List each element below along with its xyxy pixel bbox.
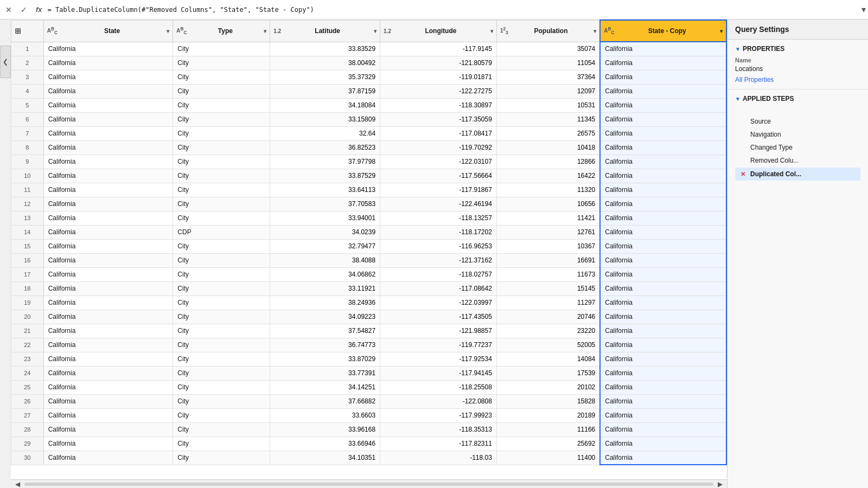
type-cell: City bbox=[173, 70, 270, 84]
longitude-cell: -122.03997 bbox=[380, 296, 497, 310]
state-type-icon: ABC bbox=[47, 26, 58, 35]
step-item-removed-columns[interactable]: Removed Colu... bbox=[735, 155, 860, 166]
row-number: 4 bbox=[11, 84, 44, 98]
state-copy-col-label: State - Copy bbox=[617, 27, 718, 35]
state-col-dropdown[interactable]: ▾ bbox=[167, 28, 169, 34]
row-number: 27 bbox=[11, 408, 44, 422]
population-cell: 26575 bbox=[496, 126, 600, 140]
population-cell: 23220 bbox=[496, 324, 600, 338]
lat-col-dropdown[interactable]: ▾ bbox=[374, 28, 376, 34]
name-value: Locations bbox=[735, 65, 860, 73]
table-row: 4CaliforniaCity37.87159-122.2727512097Ca… bbox=[11, 84, 727, 98]
state-copy-cell: California bbox=[600, 183, 726, 197]
latitude-cell: 33.83529 bbox=[270, 42, 380, 56]
step-item-navigation[interactable]: Navigation bbox=[735, 129, 860, 140]
scroll-left-button[interactable]: ◀ bbox=[13, 480, 22, 488]
state-cell: California bbox=[43, 451, 173, 465]
row-number: 13 bbox=[11, 211, 44, 225]
longitude-cell: -117.9145 bbox=[380, 42, 497, 56]
row-number: 7 bbox=[11, 126, 44, 140]
state-copy-cell: California bbox=[600, 155, 726, 169]
type-type-icon: ABC bbox=[176, 26, 187, 35]
row-number: 20 bbox=[11, 310, 44, 324]
properties-header[interactable]: ▼ PROPERTIES bbox=[735, 45, 860, 53]
latitude-cell: 33.66946 bbox=[270, 436, 380, 451]
type-cell: City bbox=[173, 84, 270, 98]
type-cell: City bbox=[173, 352, 270, 366]
name-label: Name bbox=[735, 57, 860, 63]
scroll-right-button[interactable]: ▶ bbox=[716, 480, 725, 488]
step-label: Removed Colu... bbox=[750, 157, 799, 164]
latitude-cell: 37.54827 bbox=[270, 324, 380, 338]
state-copy-cell: California bbox=[600, 42, 726, 56]
longitude-cell: -118.30897 bbox=[380, 98, 497, 112]
state-copy-cell: California bbox=[600, 98, 726, 112]
latitude-cell: 36.74773 bbox=[270, 338, 380, 352]
collapse-left-button[interactable]: ❮ bbox=[0, 46, 11, 78]
lng-col-dropdown[interactable]: ▾ bbox=[490, 28, 493, 34]
state-cell: California bbox=[43, 253, 173, 267]
longitude-cell: -117.43505 bbox=[380, 310, 497, 324]
step-item-changed-type[interactable]: Changed Type bbox=[735, 142, 860, 153]
longitude-cell: -118.03 bbox=[380, 451, 497, 465]
table-options-icon[interactable]: ⊞ bbox=[15, 27, 21, 35]
table-row: 12CaliforniaCity37.70583-122.4619410656C… bbox=[11, 197, 727, 211]
state-cell: California bbox=[43, 380, 173, 394]
table-row: 20CaliforniaCity34.09223-117.4350520746C… bbox=[11, 310, 727, 324]
applied-steps-header[interactable]: ▼ APPLIED STEPS bbox=[727, 95, 868, 107]
confirm-button[interactable]: ✓ bbox=[17, 3, 30, 16]
latitude-cell: 32.79477 bbox=[270, 239, 380, 253]
state-cell: California bbox=[43, 169, 173, 183]
population-cell: 11297 bbox=[496, 296, 600, 310]
cancel-button[interactable]: ✕ bbox=[2, 3, 15, 16]
expand-formula-button[interactable]: ▾ bbox=[861, 4, 866, 15]
all-properties-link[interactable]: All Properties bbox=[735, 76, 774, 84]
table-row: 28CaliforniaCity33.96168-118.3531311166C… bbox=[11, 422, 727, 436]
state-cell: California bbox=[43, 324, 173, 338]
latitude-cell: 38.24936 bbox=[270, 296, 380, 310]
type-col-dropdown[interactable]: ▾ bbox=[264, 28, 266, 34]
state-cell: California bbox=[43, 56, 173, 70]
lng-col-label: Longitude bbox=[393, 27, 488, 35]
state-cell: California bbox=[43, 296, 173, 310]
step-item-duplicated-col[interactable]: ✕Duplicated Col... bbox=[735, 168, 860, 181]
table-row: 23CaliforniaCity33.87029-117.9253414084C… bbox=[11, 352, 727, 366]
table-row: 24CaliforniaCity33.77391-117.9414517539C… bbox=[11, 366, 727, 380]
pop-col-dropdown[interactable]: ▾ bbox=[593, 28, 596, 34]
state-cell: California bbox=[43, 211, 173, 225]
row-number: 3 bbox=[11, 70, 44, 84]
row-number: 23 bbox=[11, 352, 44, 366]
latitude-cell: 33.15809 bbox=[270, 112, 380, 126]
type-cell: City bbox=[173, 296, 270, 310]
longitude-cell: -122.27275 bbox=[380, 84, 497, 98]
state-copy-col-dropdown[interactable]: ▾ bbox=[720, 28, 723, 34]
longitude-cell: -119.70292 bbox=[380, 140, 497, 155]
longitude-cell: -121.37162 bbox=[380, 253, 497, 267]
latitude-cell: 34.10351 bbox=[270, 451, 380, 465]
state-copy-cell: California bbox=[600, 338, 726, 352]
longitude-cell: -117.08642 bbox=[380, 281, 497, 296]
horizontal-scrollbar[interactable]: ◀ ▶ bbox=[11, 479, 727, 488]
scroll-track[interactable] bbox=[24, 483, 713, 486]
population-cell: 14084 bbox=[496, 352, 600, 366]
row-number: 22 bbox=[11, 338, 44, 352]
row-number: 15 bbox=[11, 239, 44, 253]
properties-chevron: ▼ bbox=[735, 46, 741, 52]
row-number: 8 bbox=[11, 140, 44, 155]
state-copy-cell: California bbox=[600, 380, 726, 394]
type-cell: City bbox=[173, 281, 270, 296]
formula-input[interactable] bbox=[48, 6, 859, 14]
state-copy-cell: California bbox=[600, 451, 726, 465]
row-number: 17 bbox=[11, 267, 44, 281]
table-row: 1CaliforniaCity33.83529-117.914535074Cal… bbox=[11, 42, 727, 56]
type-cell: City bbox=[173, 126, 270, 140]
state-cell: California bbox=[43, 436, 173, 451]
latitude-cell: 34.06862 bbox=[270, 267, 380, 281]
latitude-cell: 33.94001 bbox=[270, 211, 380, 225]
step-item-source[interactable]: Source bbox=[735, 115, 860, 127]
table-row: 6CaliforniaCity33.15809-117.3505911345Ca… bbox=[11, 112, 727, 126]
step-label: Source bbox=[750, 118, 771, 125]
longitude-cell: -117.92534 bbox=[380, 352, 497, 366]
table-row: 9CaliforniaCity37.97798-122.0310712866Ca… bbox=[11, 155, 727, 169]
population-cell: 11054 bbox=[496, 56, 600, 70]
